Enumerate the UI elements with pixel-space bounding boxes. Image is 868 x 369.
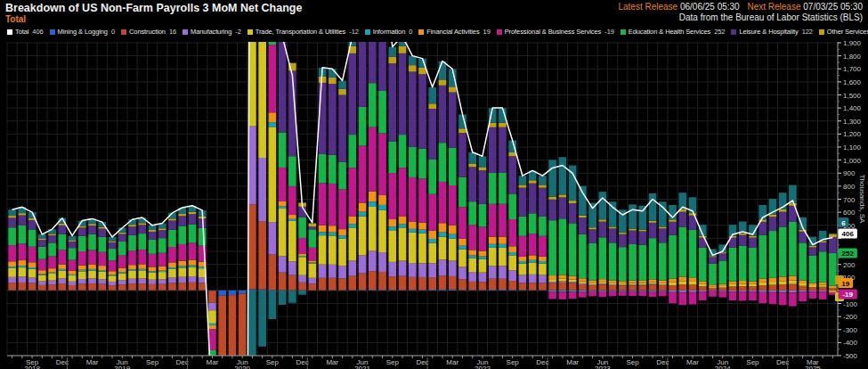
bar-segment[interactable] xyxy=(388,230,396,262)
bar-segment[interactable] xyxy=(279,38,287,132)
bar-segment[interactable] xyxy=(649,238,657,279)
bar-segment[interactable] xyxy=(359,212,367,217)
bar-segment[interactable] xyxy=(128,283,136,290)
bar-segment[interactable] xyxy=(329,84,337,155)
bar-segment[interactable] xyxy=(48,284,56,290)
bar-segment[interactable] xyxy=(579,291,587,298)
bar-segment[interactable] xyxy=(638,283,646,285)
bar-segment[interactable] xyxy=(699,291,707,291)
bar-segment[interactable] xyxy=(78,279,86,283)
bar-segment[interactable] xyxy=(479,227,487,251)
bar-segment[interactable] xyxy=(399,261,407,276)
bar-segment[interactable] xyxy=(38,275,46,282)
bar-segment[interactable] xyxy=(168,283,176,291)
bar-segment[interactable] xyxy=(378,91,386,134)
bar-segment[interactable] xyxy=(699,236,707,238)
bar-segment[interactable] xyxy=(439,233,447,237)
bar-segment[interactable] xyxy=(218,291,226,296)
bar-segment[interactable] xyxy=(288,215,296,219)
bar-segment[interactable] xyxy=(369,192,377,201)
bar-segment[interactable] xyxy=(409,71,417,146)
bar-segment[interactable] xyxy=(128,225,136,226)
bar-segment[interactable] xyxy=(118,284,126,290)
bar-segment[interactable] xyxy=(189,267,197,277)
bar-segment[interactable] xyxy=(739,291,747,291)
bar-segment[interactable] xyxy=(78,283,86,290)
bar-segment[interactable] xyxy=(468,272,476,282)
bar-segment[interactable] xyxy=(508,193,516,219)
bar-segment[interactable] xyxy=(689,292,697,304)
bar-segment[interactable] xyxy=(579,283,587,284)
bar-segment[interactable] xyxy=(499,173,507,204)
bar-segment[interactable] xyxy=(729,286,737,290)
bar-segment[interactable] xyxy=(819,251,827,282)
bar-segment[interactable] xyxy=(758,292,767,303)
bar-segment[interactable] xyxy=(649,193,657,221)
bar-segment[interactable] xyxy=(118,280,126,284)
bar-segment[interactable] xyxy=(109,282,117,285)
bar-segment[interactable] xyxy=(649,279,657,282)
bar-segment[interactable] xyxy=(468,290,476,291)
bar-segment[interactable] xyxy=(819,291,827,291)
bar-segment[interactable] xyxy=(8,216,16,217)
bar-segment[interactable] xyxy=(378,205,386,210)
bar-segment[interactable] xyxy=(619,285,627,286)
bar-segment[interactable] xyxy=(678,291,686,292)
bar-segment[interactable] xyxy=(88,224,96,226)
bar-segment[interactable] xyxy=(809,285,817,287)
bar-segment[interactable] xyxy=(749,236,757,238)
bar-segment[interactable] xyxy=(19,266,27,267)
bar-segment[interactable] xyxy=(489,127,497,173)
bar-segment[interactable] xyxy=(348,276,356,291)
bar-segment[interactable] xyxy=(769,282,777,285)
bar-segment[interactable] xyxy=(579,216,587,217)
bar-segment[interactable] xyxy=(59,278,67,283)
bar-segment[interactable] xyxy=(428,290,436,291)
bar-segment[interactable] xyxy=(559,279,567,282)
bar-segment[interactable] xyxy=(789,281,797,284)
bar-segment[interactable] xyxy=(109,271,117,275)
bar-segment[interactable] xyxy=(48,268,56,273)
bar-segment[interactable] xyxy=(69,275,77,282)
bar-segment[interactable] xyxy=(78,236,86,251)
bar-segment[interactable] xyxy=(208,291,216,302)
bar-segment[interactable] xyxy=(709,264,717,285)
bar-segment[interactable] xyxy=(298,238,306,254)
bar-segment[interactable] xyxy=(359,255,367,273)
bar-segment[interactable] xyxy=(319,278,327,291)
bar-segment[interactable] xyxy=(348,135,356,168)
bar-segment[interactable] xyxy=(649,221,657,223)
bar-segment[interactable] xyxy=(149,254,157,267)
bar-segment[interactable] xyxy=(269,122,277,127)
bar-segment[interactable] xyxy=(769,285,777,291)
bar-segment[interactable] xyxy=(279,201,287,207)
bar-segment[interactable] xyxy=(28,283,37,291)
bar-segment[interactable] xyxy=(59,226,67,234)
bar-segment[interactable] xyxy=(19,267,27,276)
bar-segment[interactable] xyxy=(418,149,426,179)
bar-segment[interactable] xyxy=(189,266,197,267)
bar-segment[interactable] xyxy=(619,291,627,296)
bar-segment[interactable] xyxy=(118,272,126,273)
bar-segment[interactable] xyxy=(319,232,327,235)
bar-segment[interactable] xyxy=(749,291,757,291)
bar-segment[interactable] xyxy=(749,248,757,282)
bar-segment[interactable] xyxy=(439,79,447,85)
bar-segment[interactable] xyxy=(88,278,96,283)
bar-segment[interactable] xyxy=(138,264,146,268)
bar-segment[interactable] xyxy=(579,282,587,283)
bar-segment[interactable] xyxy=(418,178,426,222)
bar-segment[interactable] xyxy=(269,291,277,319)
bar-segment[interactable] xyxy=(579,291,587,291)
bar-segment[interactable] xyxy=(758,285,767,291)
bar-segment[interactable] xyxy=(699,291,707,300)
bar-segment[interactable] xyxy=(98,252,106,266)
bar-segment[interactable] xyxy=(709,291,717,291)
bar-segment[interactable] xyxy=(369,127,377,192)
bar-segment[interactable] xyxy=(48,273,56,274)
bar-segment[interactable] xyxy=(359,107,367,146)
bar-segment[interactable] xyxy=(489,279,497,290)
bar-segment[interactable] xyxy=(418,290,426,291)
bar-segment[interactable] xyxy=(629,284,637,285)
bar-segment[interactable] xyxy=(38,274,46,275)
